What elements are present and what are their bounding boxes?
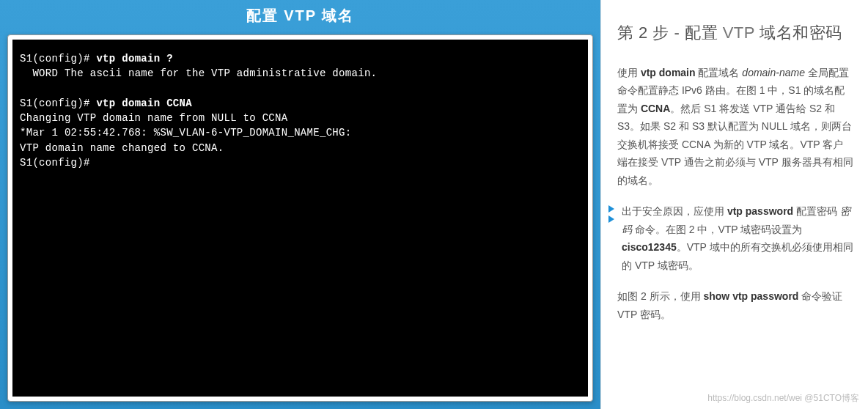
watermark: https://blog.csdn.net/wei @51CTO博客 (707, 392, 859, 405)
heading-part: VTP (723, 23, 755, 42)
text: 出于安全原因，应使用 (622, 205, 727, 217)
text: 使用 (617, 67, 641, 78)
sidebar: 第 2 步 - 配置 VTP 域名和密码 使用 vtp domain 配置域名 … (600, 0, 868, 409)
terminal-output: S1(config)# vtp domain ? WORD The ascii … (12, 40, 588, 397)
terminal-line: S1(config)# (20, 157, 90, 169)
terminal-line: WORD The ascii name for the VTP administ… (20, 67, 377, 79)
terminal-line: VTP domain name changed to CCNA. (20, 142, 224, 154)
terminal-line: *Mar 1 02:55:42.768: %SW_VLAN-6-VTP_DOMA… (20, 127, 351, 139)
slide-panel: 配置 VTP 域名 S1(config)# vtp domain ? WORD … (0, 0, 600, 409)
step-heading: 第 2 步 - 配置 VTP 域名和密码 (617, 19, 853, 48)
inline-bold: CCNA (641, 103, 670, 114)
terminal-line: Changing VTP domain name from NULL to CC… (20, 112, 287, 124)
text: 命令。在图 2 中，VTP 域密码设置为 (632, 224, 802, 235)
inline-command: show vtp password (703, 290, 798, 302)
text: 。然后 S1 将发送 VTP 通告给 S2 和 S3。如果 S2 和 S3 默认… (617, 103, 853, 186)
prompt: S1(config)# (20, 53, 96, 65)
text: 配置密码 (793, 205, 840, 217)
text: 配置域名 (696, 67, 743, 78)
slide-title: 配置 VTP 域名 (7, 0, 593, 34)
terminal-frame: S1(config)# vtp domain ? WORD The ascii … (7, 34, 593, 402)
paragraph-3: 如图 2 所示，使用 show vtp password 命令验证 VTP 密码… (617, 287, 853, 323)
command: vtp domain CCNA (96, 97, 192, 109)
heading-part: 域名和密码 (755, 23, 842, 42)
paragraph-2: 出于安全原因，应使用 vtp password 配置密码 密码 命令。在图 2 … (617, 202, 853, 274)
inline-command: vtp domain (641, 67, 696, 78)
heading-part: 第 2 步 - 配置 (617, 23, 723, 42)
inline-bold: cisco12345 (622, 241, 677, 253)
command: vtp domain ? (96, 53, 172, 65)
inline-command: vtp password (727, 205, 793, 217)
paragraph-1: 使用 vtp domain 配置域名 domain-name 全局配置命令配置静… (617, 64, 853, 190)
text: 如图 2 所示，使用 (617, 290, 703, 302)
prompt: S1(config)# (20, 97, 96, 109)
inline-placeholder: domain-name (742, 67, 805, 78)
